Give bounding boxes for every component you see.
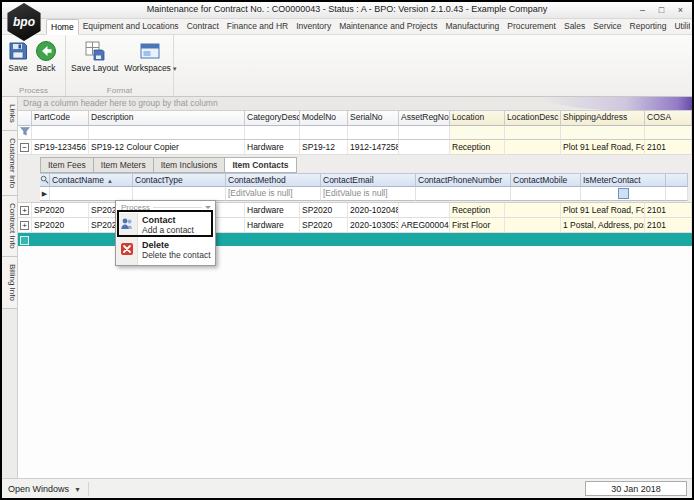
minimize-button[interactable]: – bbox=[633, 3, 652, 18]
grid-cell[interactable]: Hardware bbox=[245, 218, 300, 233]
tab-sales[interactable]: Sales bbox=[560, 19, 589, 35]
sidebar-tab-contract-info[interactable]: Contract Info bbox=[2, 196, 17, 257]
grid-cell[interactable]: First Floor bbox=[450, 218, 505, 233]
tab-maintenance-and-projects[interactable]: Maintenance and Projects bbox=[335, 19, 441, 35]
edit-cell-ismetercontact[interactable] bbox=[581, 187, 666, 201]
column-header-categorydesc[interactable]: CategoryDesc bbox=[245, 111, 300, 126]
grid-cell[interactable]: SP2020 bbox=[32, 218, 89, 233]
tab-equipment-and-locations[interactable]: Equipment and Locations bbox=[79, 19, 183, 35]
column-header-locationdesc[interactable]: LocationDesc bbox=[505, 111, 561, 126]
tab-manufacturing[interactable]: Manufacturing bbox=[441, 19, 503, 35]
edit-cell-contactmobile[interactable] bbox=[511, 187, 581, 201]
filter-cell-locationdesc[interactable] bbox=[505, 126, 561, 140]
sidebar-tab-customer-info[interactable]: Customer Info bbox=[2, 131, 17, 196]
filter-cell-cosa[interactable] bbox=[645, 126, 692, 140]
grid-cell[interactable]: 2101 bbox=[645, 203, 692, 218]
grid-cell[interactable]: 2020-103053 bbox=[348, 218, 399, 233]
grid-cell[interactable]: 2101 bbox=[645, 140, 692, 155]
grid-cell[interactable]: SP2020 bbox=[32, 203, 89, 218]
expand-icon[interactable] bbox=[20, 236, 29, 245]
column-header-assetregno[interactable]: AssetRegNo bbox=[399, 111, 450, 126]
grid-cell[interactable]: 1 Postal, Address, postal 3, po... bbox=[561, 218, 645, 233]
chevron-down-icon[interactable] bbox=[205, 206, 211, 209]
grid-cell[interactable] bbox=[399, 203, 450, 218]
workspaces-button[interactable]: Workspaces bbox=[121, 38, 179, 75]
column-header-modelno[interactable]: ModelNo bbox=[300, 111, 348, 126]
sidebar-tab-billing-info[interactable]: Billing Info bbox=[2, 257, 17, 309]
tab-item-meters[interactable]: Item Meters bbox=[93, 157, 153, 173]
open-windows-button[interactable]: Open Windows bbox=[8, 482, 89, 496]
expand-icon-cell[interactable] bbox=[18, 203, 32, 218]
maximize-button[interactable]: □ bbox=[652, 3, 671, 18]
expand-icon[interactable] bbox=[20, 206, 29, 215]
filter-cell-assetregno[interactable] bbox=[399, 126, 450, 140]
group-by-band[interactable]: Drag a column header here to group by th… bbox=[18, 97, 692, 111]
tab-item-fees[interactable]: Item Fees bbox=[40, 157, 93, 173]
column-header-location[interactable]: Location bbox=[450, 111, 505, 126]
column-header-contactname[interactable]: ContactName bbox=[50, 173, 133, 187]
column-header-serialno[interactable]: SerialNo bbox=[348, 111, 399, 126]
grid-row[interactable]: SP19-123456 SP19-12 Colour Copier Hardwa… bbox=[18, 140, 692, 155]
collapse-icon[interactable] bbox=[20, 143, 29, 152]
edit-cell-contactphonenumber[interactable] bbox=[416, 187, 511, 201]
grid-cell[interactable]: Plot 91 Leaf Road, Forest Hills,... bbox=[561, 203, 645, 218]
column-header-description[interactable]: Description bbox=[89, 111, 245, 126]
close-button[interactable]: × bbox=[671, 3, 690, 18]
grid-cell[interactable]: SP2020 bbox=[300, 203, 348, 218]
tab-procurement[interactable]: Procurement bbox=[503, 19, 560, 35]
grid-cell[interactable] bbox=[505, 203, 561, 218]
tab-finance-and-hr[interactable]: Finance and HR bbox=[223, 19, 292, 35]
filter-cell-description[interactable] bbox=[89, 126, 245, 140]
column-header-ismetercontact[interactable]: IsMeterContact bbox=[581, 173, 666, 187]
filter-cell-location[interactable] bbox=[450, 126, 505, 140]
filter-cell-modelno[interactable] bbox=[300, 126, 348, 140]
tab-reporting[interactable]: Reporting bbox=[626, 19, 671, 35]
grid-cell[interactable]: SP19-123456 bbox=[32, 140, 89, 155]
tab-item-inclusions[interactable]: Item Inclusions bbox=[153, 157, 225, 173]
save-layout-button[interactable]: Save Layout bbox=[68, 38, 121, 75]
grid-cell[interactable]: SP2020 bbox=[300, 218, 348, 233]
grid-cell[interactable]: SP19-12 Colour Copier bbox=[89, 140, 245, 155]
expand-icon-cell[interactable] bbox=[18, 218, 32, 233]
tab-contract[interactable]: Contract bbox=[183, 19, 223, 35]
tab-service[interactable]: Service bbox=[589, 19, 625, 35]
grid-cell[interactable]: Reception bbox=[450, 203, 505, 218]
filter-cell-categorydesc[interactable] bbox=[245, 126, 300, 140]
date-display[interactable]: 30 Jan 2018 bbox=[585, 481, 687, 496]
is-meter-contact-checkbox[interactable] bbox=[618, 188, 629, 199]
collapse-icon-cell[interactable] bbox=[18, 140, 32, 155]
edit-cell-contactemail[interactable]: [EditValue is null] bbox=[321, 187, 416, 201]
grid-cell[interactable]: 2020-102048 bbox=[348, 203, 399, 218]
tab-home[interactable]: Home bbox=[46, 19, 79, 35]
grid-cell[interactable]: 1912-147258 bbox=[348, 140, 399, 155]
grid-cell[interactable] bbox=[505, 218, 561, 233]
filter-cell-partcode[interactable] bbox=[32, 126, 89, 140]
column-header-contactmobile[interactable]: ContactMobile bbox=[511, 173, 581, 187]
back-button[interactable]: Back bbox=[32, 38, 60, 75]
menu-item-contact[interactable]: Contact Add a contact bbox=[116, 213, 215, 238]
grid-cell[interactable]: AREG000048 bbox=[399, 218, 450, 233]
column-header-shippingaddress[interactable]: ShippingAddress bbox=[561, 111, 645, 126]
sidebar-tab-links[interactable]: Links bbox=[2, 97, 17, 131]
grid-cell[interactable]: SP19-12 bbox=[300, 140, 348, 155]
grid-cell[interactable]: Reception bbox=[450, 140, 505, 155]
edit-cell-contactname[interactable] bbox=[50, 187, 133, 201]
column-header-contactmethod[interactable]: ContactMethod bbox=[226, 173, 321, 187]
grid-cell[interactable]: Plot 91 Leaf Road, Forest Hills,... bbox=[561, 140, 645, 155]
edit-cell-contacttype[interactable] bbox=[133, 187, 226, 201]
column-header-contacttype[interactable]: ContactType bbox=[133, 173, 226, 187]
column-header-contactemail[interactable]: ContactEmail bbox=[321, 173, 416, 187]
filter-cell-shippingaddress[interactable] bbox=[561, 126, 645, 140]
menu-item-delete[interactable]: Delete Delete the contact bbox=[116, 238, 215, 263]
search-cell[interactable] bbox=[40, 173, 50, 187]
expand-icon[interactable] bbox=[20, 221, 29, 230]
edit-cell-contactmethod[interactable]: [EditValue is null] bbox=[226, 187, 321, 201]
filter-cell-serialno[interactable] bbox=[348, 126, 399, 140]
grid-cell[interactable] bbox=[399, 140, 450, 155]
tab-utilities[interactable]: Utilities bbox=[670, 19, 690, 35]
grid-cell[interactable]: Hardware bbox=[245, 203, 300, 218]
column-header-partcode[interactable]: PartCode bbox=[32, 111, 89, 126]
grid-cell[interactable] bbox=[505, 140, 561, 155]
filter-icon-cell[interactable] bbox=[18, 126, 32, 140]
column-header-cosa[interactable]: COSA bbox=[645, 111, 692, 126]
